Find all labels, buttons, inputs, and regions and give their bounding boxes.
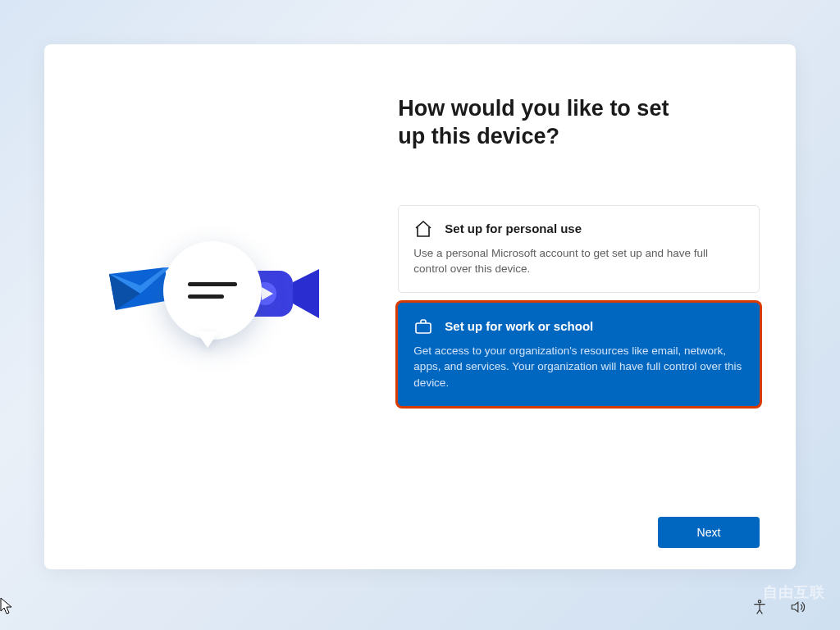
option-work-desc: Get access to your organization's resour… [413,343,744,391]
option-work-label: Set up for work or school [445,319,593,333]
option-personal-use[interactable]: Set up for personal use Use a personal M… [398,205,760,293]
page-title: How would you like to set up this device… [398,95,693,151]
option-work-school[interactable]: Set up for work or school Get access to … [398,303,760,407]
svg-marker-9 [1,598,11,614]
oobe-panel: How would you like to set up this device… [44,44,796,569]
home-icon [413,219,433,239]
illustration-column [44,44,390,569]
next-button[interactable]: Next [658,517,760,548]
speech-bubble-icon [163,241,262,340]
svg-marker-4 [293,269,319,318]
option-personal-desc: Use a personal Microsoft account to get … [413,245,744,277]
volume-icon[interactable] [789,599,806,619]
mail-icon [106,266,171,315]
accessibility-icon[interactable] [751,599,768,619]
taskbar-icons [751,599,806,619]
svg-rect-7 [416,323,431,333]
svg-point-8 [758,600,760,603]
mouse-cursor [0,597,13,615]
footer: Next [398,517,760,569]
content-column: How would you like to set up this device… [390,44,796,569]
illustration [106,233,319,364]
option-personal-label: Set up for personal use [445,221,582,235]
briefcase-icon [413,317,433,336]
